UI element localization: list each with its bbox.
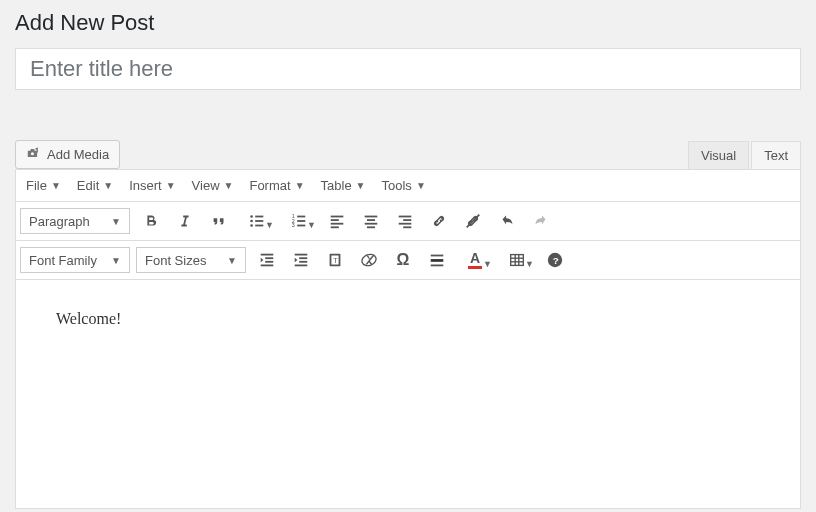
chevron-down-icon: ▼ bbox=[265, 220, 274, 230]
chevron-down-icon: ▼ bbox=[307, 220, 316, 230]
chevron-down-icon: ▼ bbox=[51, 180, 61, 191]
svg-rect-37 bbox=[431, 255, 444, 257]
svg-rect-20 bbox=[399, 216, 412, 218]
svg-rect-31 bbox=[299, 261, 307, 263]
align-right-button[interactable] bbox=[390, 206, 420, 236]
svg-rect-5 bbox=[255, 225, 263, 227]
clear-formatting-button[interactable] bbox=[354, 245, 384, 275]
svg-rect-17 bbox=[367, 219, 375, 221]
svg-rect-11 bbox=[297, 225, 305, 227]
svg-point-1 bbox=[250, 220, 253, 223]
font-sizes-dropdown[interactable]: Font Sizes ▼ bbox=[136, 247, 246, 273]
menu-edit[interactable]: Edit▼ bbox=[71, 174, 119, 197]
svg-rect-32 bbox=[295, 265, 308, 267]
menu-insert[interactable]: Insert▼ bbox=[123, 174, 181, 197]
special-character-button[interactable]: Ω bbox=[388, 245, 418, 275]
align-left-button[interactable] bbox=[322, 206, 352, 236]
menu-view-label: View bbox=[192, 178, 220, 193]
add-media-button[interactable]: Add Media bbox=[15, 140, 120, 169]
chevron-down-icon: ▼ bbox=[224, 180, 234, 191]
editor-menubar: File▼ Edit▼ Insert▼ View▼ Format▼ Table▼… bbox=[15, 169, 801, 201]
svg-rect-15 bbox=[331, 226, 339, 228]
font-sizes-label: Font Sizes bbox=[145, 253, 206, 268]
chevron-down-icon: ▼ bbox=[525, 259, 534, 269]
chevron-down-icon: ▼ bbox=[227, 255, 237, 266]
paste-text-button[interactable]: T bbox=[320, 245, 350, 275]
italic-button[interactable] bbox=[170, 206, 200, 236]
menu-format-label: Format bbox=[249, 178, 290, 193]
outdent-button[interactable] bbox=[252, 245, 282, 275]
menu-table-label: Table bbox=[321, 178, 352, 193]
font-family-dropdown[interactable]: Font Family ▼ bbox=[20, 247, 130, 273]
tab-text[interactable]: Text bbox=[751, 141, 801, 169]
svg-rect-23 bbox=[403, 226, 411, 228]
svg-rect-13 bbox=[331, 219, 339, 221]
editor-toolbar-row-1: Paragraph ▼ ▼ 123▼ bbox=[15, 201, 801, 240]
svg-rect-9 bbox=[297, 216, 305, 218]
chevron-down-icon: ▼ bbox=[166, 180, 176, 191]
text-color-button[interactable]: A ▼ bbox=[456, 245, 494, 275]
svg-text:T: T bbox=[333, 256, 338, 265]
menu-tools[interactable]: Tools▼ bbox=[376, 174, 432, 197]
svg-rect-38 bbox=[431, 259, 444, 262]
svg-rect-27 bbox=[265, 261, 273, 263]
title-input[interactable] bbox=[15, 48, 801, 90]
svg-point-2 bbox=[250, 224, 253, 227]
chevron-down-icon: ▼ bbox=[111, 216, 121, 227]
redo-button[interactable] bbox=[526, 206, 556, 236]
svg-rect-30 bbox=[299, 257, 307, 259]
blockquote-button[interactable] bbox=[204, 206, 234, 236]
svg-rect-22 bbox=[399, 223, 412, 225]
numbered-list-button[interactable]: 123▼ bbox=[280, 206, 318, 236]
editor-toolbar-row-2: Font Family ▼ Font Sizes ▼ T Ω A ▼ ▼ ? bbox=[15, 240, 801, 279]
svg-rect-21 bbox=[403, 219, 411, 221]
menu-table[interactable]: Table▼ bbox=[315, 174, 372, 197]
svg-point-0 bbox=[250, 215, 253, 218]
menu-file[interactable]: File▼ bbox=[20, 174, 67, 197]
paragraph-format-label: Paragraph bbox=[29, 214, 90, 229]
svg-rect-39 bbox=[431, 265, 444, 267]
indent-button[interactable] bbox=[286, 245, 316, 275]
chevron-down-icon: ▼ bbox=[103, 180, 113, 191]
svg-rect-29 bbox=[295, 254, 308, 256]
chevron-down-icon: ▼ bbox=[416, 180, 426, 191]
text-color-icon: A bbox=[468, 251, 482, 269]
svg-rect-18 bbox=[365, 223, 378, 225]
menu-tools-label: Tools bbox=[382, 178, 412, 193]
svg-text:?: ? bbox=[553, 255, 559, 266]
paragraph-format-dropdown[interactable]: Paragraph ▼ bbox=[20, 208, 130, 234]
undo-button[interactable] bbox=[492, 206, 522, 236]
bullet-list-button[interactable]: ▼ bbox=[238, 206, 276, 236]
camera-music-icon bbox=[26, 146, 42, 163]
editor-content-area[interactable]: Welcome! bbox=[15, 279, 801, 509]
align-center-button[interactable] bbox=[356, 206, 386, 236]
horizontal-line-button[interactable] bbox=[422, 245, 452, 275]
svg-line-24 bbox=[467, 215, 480, 228]
chevron-down-icon: ▼ bbox=[111, 255, 121, 266]
table-button[interactable]: ▼ bbox=[498, 245, 536, 275]
font-family-label: Font Family bbox=[29, 253, 97, 268]
svg-rect-28 bbox=[261, 265, 274, 267]
menu-insert-label: Insert bbox=[129, 178, 162, 193]
page-title: Add New Post bbox=[15, 10, 801, 36]
chevron-down-icon: ▼ bbox=[483, 259, 492, 269]
menu-file-label: File bbox=[26, 178, 47, 193]
svg-rect-14 bbox=[331, 223, 344, 225]
menu-format[interactable]: Format▼ bbox=[243, 174, 310, 197]
content-text: Welcome! bbox=[56, 310, 121, 327]
svg-rect-12 bbox=[331, 216, 344, 218]
bold-button[interactable] bbox=[136, 206, 166, 236]
svg-text:3: 3 bbox=[292, 222, 295, 228]
menu-view[interactable]: View▼ bbox=[186, 174, 240, 197]
tab-visual[interactable]: Visual bbox=[688, 141, 749, 169]
svg-rect-26 bbox=[265, 257, 273, 259]
svg-rect-4 bbox=[255, 220, 263, 222]
unlink-button[interactable] bbox=[458, 206, 488, 236]
help-button[interactable]: ? bbox=[540, 245, 570, 275]
svg-rect-40 bbox=[511, 255, 524, 266]
link-button[interactable] bbox=[424, 206, 454, 236]
add-media-label: Add Media bbox=[47, 147, 109, 162]
chevron-down-icon: ▼ bbox=[356, 180, 366, 191]
svg-rect-25 bbox=[261, 254, 274, 256]
menu-edit-label: Edit bbox=[77, 178, 99, 193]
